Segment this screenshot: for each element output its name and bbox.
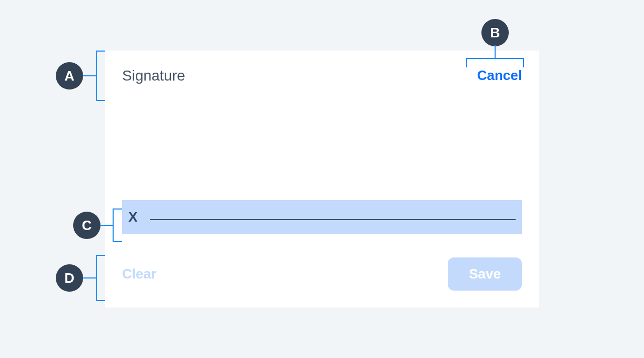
signature-marker: X [128,209,137,225]
clear-button[interactable]: Clear [122,266,156,282]
cancel-button[interactable]: Cancel [477,67,522,84]
signature-line [150,219,516,220]
annotation-b-arm [495,45,496,58]
annotation-a-bracket [96,51,105,101]
modal-header: Signature Cancel [122,67,522,84]
annotation-a-arm [83,75,96,76]
annotation-b-bracket [466,58,524,67]
modal-footer: Clear Save [122,245,522,291]
annotation-c-arm [100,225,113,226]
annotation-a-badge: A [56,62,83,90]
annotation-d-bracket [96,255,105,301]
annotation-c-bracket [113,208,122,242]
signature-modal: Signature Cancel X Clear Save [105,51,539,307]
signature-input-area[interactable]: X [122,200,522,234]
annotation-d-badge: D [56,264,83,292]
save-button[interactable]: Save [448,257,522,291]
modal-title: Signature [122,67,185,84]
annotation-c-badge: C [73,212,100,239]
annotation-b-badge: B [481,19,509,46]
annotation-d-arm [83,277,96,279]
